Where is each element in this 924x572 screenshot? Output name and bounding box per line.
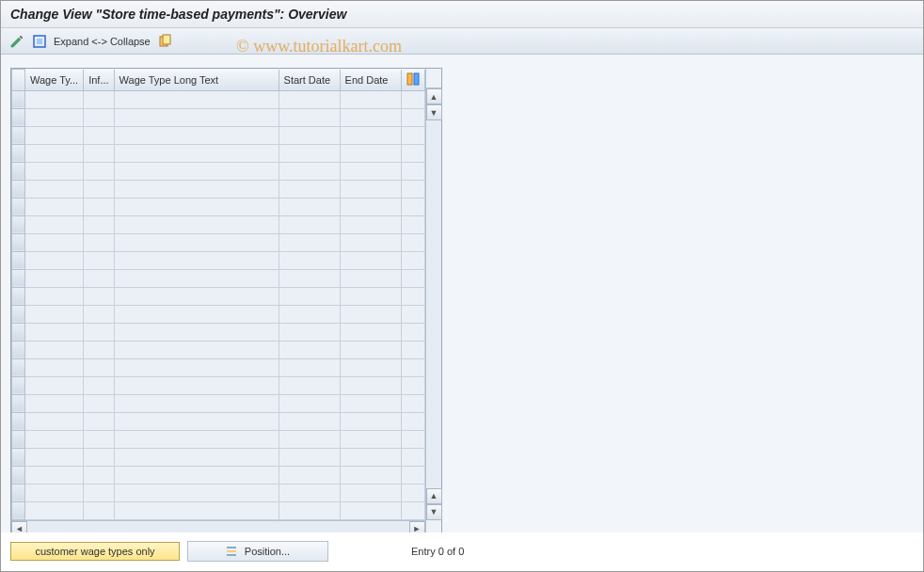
- cell-end-date[interactable]: [340, 90, 401, 108]
- cell-long-text[interactable]: [114, 305, 279, 323]
- cell-end-date[interactable]: [340, 430, 401, 448]
- cell-long-text[interactable]: [114, 466, 279, 484]
- table-row[interactable]: [12, 376, 425, 394]
- cell-long-text[interactable]: [114, 108, 279, 126]
- cell-start-date[interactable]: [279, 90, 340, 108]
- cell-infotype[interactable]: [84, 269, 114, 287]
- cell-wage-type[interactable]: [25, 144, 84, 162]
- table-row[interactable]: [12, 144, 425, 162]
- cell-long-text[interactable]: [114, 198, 279, 215]
- cell-wage-type[interactable]: [25, 484, 84, 501]
- cell-infotype[interactable]: [84, 376, 114, 394]
- cell-infotype[interactable]: [84, 198, 114, 215]
- cell-long-text[interactable]: [114, 430, 279, 448]
- customer-wage-types-button[interactable]: customer wage types only: [10, 542, 180, 561]
- cell-long-text[interactable]: [114, 448, 279, 466]
- cell-end-date[interactable]: [340, 501, 401, 519]
- cell-infotype[interactable]: [84, 90, 114, 108]
- row-selector[interactable]: [12, 126, 25, 144]
- table-row[interactable]: [12, 448, 425, 466]
- table-row[interactable]: [12, 108, 425, 126]
- cell-end-date[interactable]: [340, 412, 401, 430]
- col-header-long-text[interactable]: Wage Type Long Text: [114, 70, 279, 91]
- row-selector[interactable]: [12, 233, 25, 251]
- cell-long-text[interactable]: [114, 287, 279, 305]
- cell-end-date[interactable]: [340, 341, 401, 358]
- cell-start-date[interactable]: [279, 287, 340, 305]
- cell-infotype[interactable]: [84, 323, 114, 341]
- vscroll-track[interactable]: [426, 120, 441, 488]
- cell-end-date[interactable]: [340, 144, 401, 162]
- table-row[interactable]: [12, 466, 425, 484]
- cell-wage-type[interactable]: [25, 341, 84, 358]
- row-selector[interactable]: [12, 287, 25, 305]
- cell-infotype[interactable]: [84, 341, 114, 358]
- scroll-right-icon[interactable]: ►: [409, 521, 425, 533]
- row-selector[interactable]: [12, 180, 25, 198]
- toggle-change-icon[interactable]: [8, 33, 25, 50]
- cell-end-date[interactable]: [340, 394, 401, 412]
- cell-end-date[interactable]: [340, 198, 401, 215]
- cell-long-text[interactable]: [114, 180, 279, 198]
- cell-wage-type[interactable]: [25, 412, 84, 430]
- cell-start-date[interactable]: [279, 412, 340, 430]
- row-selector[interactable]: [12, 376, 25, 394]
- cell-infotype[interactable]: [84, 215, 114, 233]
- cell-wage-type[interactable]: [25, 215, 84, 233]
- row-selector[interactable]: [12, 430, 25, 448]
- cell-wage-type[interactable]: [25, 198, 84, 215]
- select-all-header[interactable]: [12, 70, 25, 91]
- cell-infotype[interactable]: [84, 162, 114, 180]
- cell-long-text[interactable]: [114, 412, 279, 430]
- cell-start-date[interactable]: [279, 466, 340, 484]
- scroll-left-icon[interactable]: ◄: [11, 521, 27, 533]
- cell-start-date[interactable]: [279, 341, 340, 358]
- row-selector[interactable]: [12, 269, 25, 287]
- row-selector[interactable]: [12, 144, 25, 162]
- cell-infotype[interactable]: [84, 108, 114, 126]
- row-selector[interactable]: [12, 358, 25, 376]
- cell-start-date[interactable]: [279, 501, 340, 519]
- cell-infotype[interactable]: [84, 126, 114, 144]
- table-row[interactable]: [12, 126, 425, 144]
- cell-infotype[interactable]: [84, 394, 114, 412]
- cell-wage-type[interactable]: [25, 448, 84, 466]
- cell-long-text[interactable]: [114, 323, 279, 341]
- cell-long-text[interactable]: [114, 341, 279, 358]
- copy-icon[interactable]: [156, 33, 173, 50]
- cell-wage-type[interactable]: [25, 501, 84, 519]
- cell-start-date[interactable]: [279, 108, 340, 126]
- row-selector[interactable]: [12, 108, 25, 126]
- table-row[interactable]: [12, 358, 425, 376]
- cell-end-date[interactable]: [340, 323, 401, 341]
- cell-long-text[interactable]: [114, 215, 279, 233]
- cell-long-text[interactable]: [114, 484, 279, 501]
- cell-wage-type[interactable]: [25, 108, 84, 126]
- cell-long-text[interactable]: [114, 269, 279, 287]
- cell-wage-type[interactable]: [25, 90, 84, 108]
- cell-end-date[interactable]: [340, 287, 401, 305]
- row-selector[interactable]: [12, 198, 25, 215]
- cell-wage-type[interactable]: [25, 251, 84, 269]
- cell-end-date[interactable]: [340, 126, 401, 144]
- cell-wage-type[interactable]: [25, 323, 84, 341]
- table-row[interactable]: [12, 198, 425, 215]
- cell-long-text[interactable]: [114, 376, 279, 394]
- scroll-up-icon[interactable]: ▲: [426, 88, 442, 104]
- row-selector[interactable]: [12, 466, 25, 484]
- cell-end-date[interactable]: [340, 466, 401, 484]
- row-selector[interactable]: [12, 501, 25, 519]
- cell-infotype[interactable]: [84, 430, 114, 448]
- cell-end-date[interactable]: [340, 108, 401, 126]
- table-row[interactable]: [12, 162, 425, 180]
- cell-start-date[interactable]: [279, 269, 340, 287]
- cell-start-date[interactable]: [279, 251, 340, 269]
- cell-wage-type[interactable]: [25, 305, 84, 323]
- cell-start-date[interactable]: [279, 144, 340, 162]
- cell-long-text[interactable]: [114, 126, 279, 144]
- col-header-end-date[interactable]: End Date: [340, 70, 401, 91]
- cell-infotype[interactable]: [84, 233, 114, 251]
- row-selector[interactable]: [12, 215, 25, 233]
- cell-wage-type[interactable]: [25, 180, 84, 198]
- cell-start-date[interactable]: [279, 305, 340, 323]
